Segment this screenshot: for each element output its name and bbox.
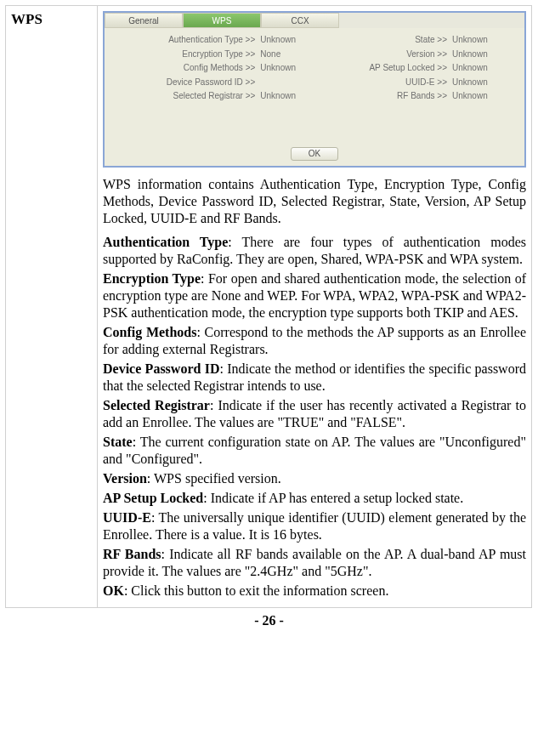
def-rf-bands: RF Bands: Indicate all RF bands availabl… (103, 546, 526, 580)
def-config-methods: Config Methods: Correspond to the method… (103, 324, 526, 358)
ok-button-wrap: OK (105, 147, 524, 162)
tab-ccx[interactable]: CCX (261, 13, 339, 28)
def-ap-setup-locked: AP Setup Locked: Indicate if AP has ente… (103, 490, 526, 507)
def-uuid-e: UUID-E: The universally unique identifie… (103, 509, 526, 543)
tab-general[interactable]: General (105, 13, 183, 28)
field-config-methods: Config Methods >> Unknown (130, 63, 307, 74)
def-version: Version: WPS specified version. (103, 470, 526, 487)
field-state: State >> Unknown (322, 35, 499, 46)
left-column: Authentication Type >> Unknown Encryptio… (130, 35, 307, 105)
field-version: Version >> Unknown (322, 49, 499, 60)
def-state: State: The current configuration state o… (103, 434, 526, 468)
def-selected-registrar: Selected Registrar: Indicate if the user… (103, 397, 526, 431)
wps-dialog-screenshot: General WPS CCX Authentication Type >> U… (103, 11, 526, 168)
field-uuid-e: UUID-E >> Unknown (322, 77, 499, 88)
field-ap-setup-locked: AP Setup Locked >> Unknown (322, 63, 499, 74)
content-cell: General WPS CCX Authentication Type >> U… (98, 6, 532, 608)
fields-area: Authentication Type >> Unknown Encryptio… (105, 28, 524, 112)
def-device-pwd-id: Device Password ID: Indicate the method … (103, 361, 526, 395)
def-auth-type: Authentication Type: There are four type… (103, 234, 526, 268)
page-number: - 26 - (0, 613, 538, 628)
def-ok: OK: Click this button to exit the inform… (103, 583, 526, 600)
ok-button[interactable]: OK (291, 147, 338, 162)
intro-paragraph: WPS information contains Authentication … (103, 176, 526, 227)
field-selected-registrar: Selected Registrar >> Unknown (130, 91, 307, 102)
field-auth-type: Authentication Type >> Unknown (130, 35, 307, 46)
tab-wps[interactable]: WPS (183, 13, 261, 28)
field-enc-type: Encryption Type >> None (130, 49, 307, 60)
row-header: WPS (6, 6, 98, 608)
right-column: State >> Unknown Version >> Unknown AP S… (322, 35, 499, 105)
field-device-pwd-id: Device Password ID >> (130, 77, 307, 88)
def-enc-type: Encryption Type: For open and shared aut… (103, 270, 526, 321)
tabs-row: General WPS CCX (105, 13, 524, 28)
field-rf-bands: RF Bands >> Unknown (322, 91, 499, 102)
document-table: WPS General WPS CCX Authentication Type … (5, 5, 532, 608)
